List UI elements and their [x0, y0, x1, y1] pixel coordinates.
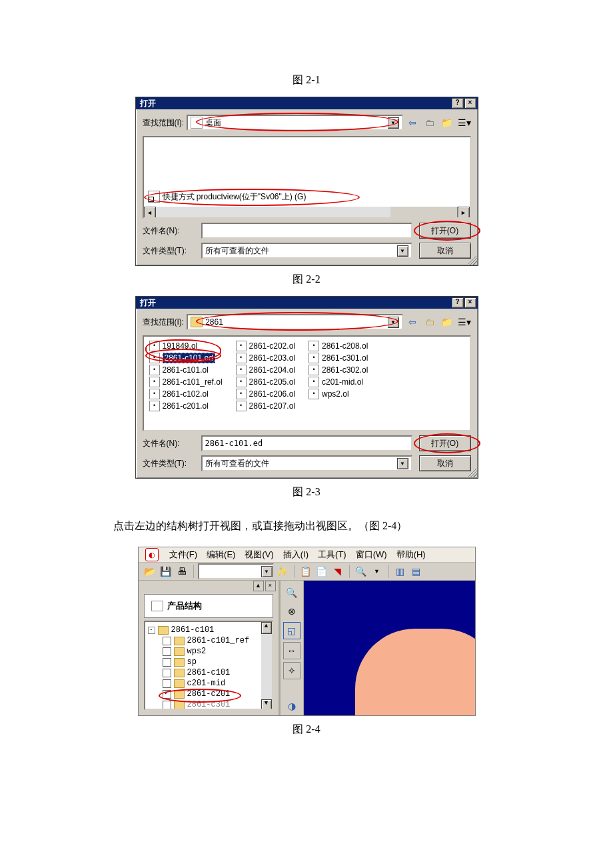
up-folder-icon[interactable]: 🗀 [423, 315, 436, 329]
file-item[interactable]: •2861-c301.ol [308, 353, 368, 363]
panel-close-icon[interactable]: × [265, 581, 276, 591]
file-item[interactable]: •2861-c204.ol [236, 365, 295, 375]
titlebar[interactable]: 打开 ? × [136, 97, 478, 109]
zoom-in-icon[interactable]: 🔍 [284, 585, 300, 601]
tree-item[interactable]: 2861-c101 [148, 667, 269, 678]
scroll-left-icon[interactable]: ◄ [144, 207, 156, 219]
cancel-button[interactable]: 取消 [419, 455, 471, 471]
zoom-reset-icon[interactable]: ⊗ [284, 603, 300, 619]
menu-tools[interactable]: 工具(T) [318, 549, 346, 561]
file-label: 2861-c101.ol [163, 365, 209, 375]
resize-grip[interactable] [468, 469, 478, 478]
titlebar[interactable]: 打开 ? × [136, 297, 478, 309]
cancel-button[interactable]: 取消 [419, 243, 471, 259]
scroll-right-icon[interactable]: ► [458, 207, 470, 219]
shortcut-item[interactable]: 快捷方式 productview(位于"Sv06"上) (G) [148, 191, 306, 203]
help-button[interactable]: ? [452, 297, 464, 308]
menu-edit[interactable]: 编辑(E) [207, 549, 235, 561]
look-in-combo[interactable]: 桌面 ▼ [187, 115, 402, 131]
zoom-window-icon[interactable]: ◱ [283, 622, 301, 639]
back-icon[interactable]: ⇦ [406, 315, 419, 329]
panel1-icon[interactable]: ▥ [393, 564, 408, 579]
checkbox[interactable] [163, 669, 171, 677]
checkbox[interactable] [163, 658, 171, 667]
file-item[interactable]: •2861-c302.ol [308, 365, 368, 375]
pointer-icon[interactable]: ◥ [330, 564, 345, 579]
close-button[interactable]: × [464, 297, 476, 308]
resize-grip[interactable] [468, 256, 478, 265]
dropdown-icon[interactable]: ▼ [388, 317, 399, 328]
up-folder-icon[interactable]: 🗀 [423, 116, 436, 129]
v-scrollbar[interactable]: ▲▼ [261, 622, 272, 709]
collapse-icon[interactable]: - [148, 627, 155, 634]
filename-input[interactable] [201, 223, 412, 239]
tree-view[interactable]: -2861-c1012861-c101_refwps2sp2861-c101c2… [144, 621, 273, 710]
view-menu-icon[interactable]: ☰▾ [458, 116, 471, 129]
file-item[interactable]: •c201-mid.ol [308, 377, 368, 387]
new-folder-icon[interactable]: 📁 [440, 116, 454, 129]
open-button[interactable]: 打开(O) [419, 223, 471, 239]
file-item[interactable]: •2861-c202.ol [236, 341, 295, 351]
shade-icon[interactable]: ◑ [284, 698, 300, 714]
close-button[interactable]: × [464, 98, 476, 109]
filename-input[interactable]: 2861-c101.ed [201, 435, 412, 451]
checkbox[interactable] [163, 647, 171, 656]
file-icon: • [236, 341, 247, 351]
panel2-icon[interactable]: ▤ [409, 564, 424, 579]
new-folder-icon[interactable]: 📁 [440, 315, 454, 329]
chevron-down-icon[interactable]: ▼ [370, 564, 384, 579]
file-item[interactable]: •2861-c208.ol [308, 341, 368, 351]
file-item[interactable]: •2861-c206.ol [236, 389, 295, 399]
tree-item[interactable]: 2861-c101_ref [148, 635, 269, 646]
filetype-combo[interactable]: 所有可查看的文件 ▼ [201, 243, 412, 259]
filetype-combo[interactable]: 所有可查看的文件 ▼ [201, 455, 412, 471]
file-listing[interactable]: •191849.ol•2861-c101.ed•2861-c101.ol•286… [143, 335, 471, 431]
file-item[interactable]: •2861-c101.ol [149, 365, 223, 375]
dropdown-icon[interactable]: ▼ [397, 245, 408, 257]
productview-window: ◐ 文件(F) 编辑(E) 视图(V) 插入(I) 工具(T) 窗口(W) 帮助… [138, 547, 476, 716]
file-item[interactable]: •2861-c102.ol [149, 389, 223, 399]
3d-viewport[interactable] [304, 581, 475, 715]
open-button[interactable]: 打开(O) [419, 435, 471, 451]
menu-view[interactable]: 视图(V) [245, 549, 273, 561]
copy-icon[interactable]: 📋 [299, 564, 313, 579]
menu-window[interactable]: 窗口(W) [356, 549, 387, 561]
file-item[interactable]: •2861-c203.ol [236, 353, 295, 363]
h-scrollbar[interactable]: ◄ ► [144, 207, 470, 217]
file-item[interactable]: •2861-c201.ol [149, 401, 223, 411]
search-icon[interactable]: 🔍 [354, 564, 368, 579]
menu-file[interactable]: 文件(F) [169, 549, 198, 561]
panel-up-icon[interactable]: ▲ [253, 581, 264, 591]
checkbox[interactable] [163, 679, 171, 688]
file-item[interactable]: •2861-c101_ref.ol [149, 377, 223, 387]
file-listing[interactable]: 快捷方式 productview(位于"Sv06"上) (G) ◄ ► [143, 136, 471, 219]
tree-root[interactable]: -2861-c101 [148, 625, 269, 635]
file-item[interactable]: •2861-c101.ed [149, 353, 223, 363]
paste-icon[interactable]: 📄 [314, 564, 329, 579]
tree-item[interactable]: sp [148, 657, 269, 667]
help-button[interactable]: ? [452, 98, 464, 109]
tree-item[interactable]: wps2 [148, 646, 269, 657]
checkbox[interactable] [163, 637, 171, 645]
dropdown-icon[interactable]: ▼ [397, 458, 408, 469]
dropdown-icon[interactable]: ▼ [388, 117, 399, 129]
fit-icon[interactable]: ✧ [283, 662, 301, 679]
file-item[interactable]: •wps2.ol [308, 389, 368, 399]
menubar[interactable]: ◐ 文件(F) 编辑(E) 视图(V) 插入(I) 工具(T) 窗口(W) 帮助… [139, 547, 475, 563]
open-icon[interactable]: 📂 [143, 564, 157, 579]
print-icon[interactable]: 🖶 [175, 564, 189, 579]
menu-help[interactable]: 帮助(H) [396, 549, 426, 561]
tree-item[interactable]: c201-mid [148, 678, 269, 689]
checkbox[interactable] [163, 701, 171, 709]
pan-icon[interactable]: ↔ [283, 642, 301, 659]
view-menu-icon[interactable]: ☰▾ [458, 315, 471, 329]
look-in-combo[interactable]: 2861 ▼ [187, 314, 402, 330]
menu-insert[interactable]: 插入(I) [283, 549, 308, 561]
file-item[interactable]: •191849.ol [149, 341, 223, 351]
file-item[interactable]: •2861-c207.ol [236, 401, 295, 411]
file-item[interactable]: •2861-c205.ol [236, 377, 295, 387]
wand-icon[interactable]: ✨ [275, 564, 290, 579]
back-icon[interactable]: ⇦ [406, 116, 419, 129]
save-icon[interactable]: 💾 [159, 564, 173, 579]
toolbar-combo[interactable]: ▼ [198, 563, 274, 579]
